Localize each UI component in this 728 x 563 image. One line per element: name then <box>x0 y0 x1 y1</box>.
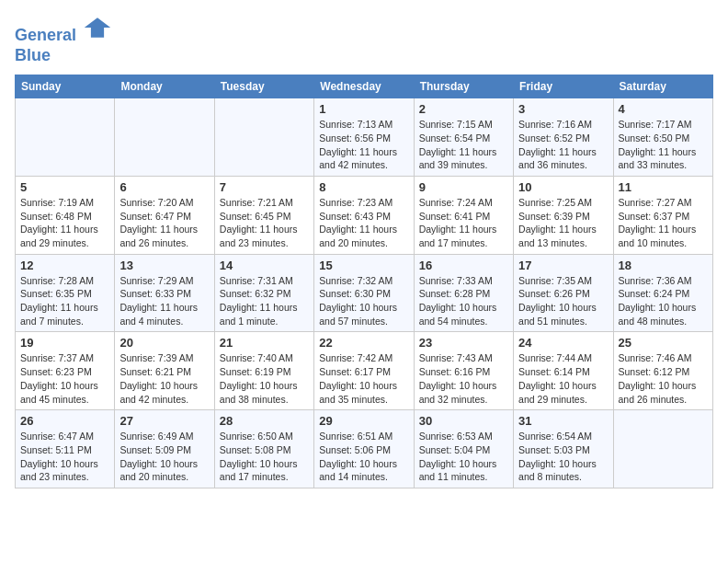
week-row-1: 5Sunrise: 7:19 AM Sunset: 6:48 PM Daylig… <box>16 176 713 254</box>
calendar-cell: 6Sunrise: 7:20 AM Sunset: 6:47 PM Daylig… <box>115 176 214 254</box>
day-info: Sunrise: 7:37 AM Sunset: 6:23 PM Dayligh… <box>20 351 109 406</box>
day-number: 28 <box>220 414 309 428</box>
calendar-cell: 5Sunrise: 7:19 AM Sunset: 6:48 PM Daylig… <box>16 176 115 254</box>
day-number: 23 <box>419 336 508 350</box>
page-header: General Blue <box>15 15 713 65</box>
calendar-cell: 8Sunrise: 7:23 AM Sunset: 6:43 PM Daylig… <box>314 176 414 254</box>
day-header-monday: Monday <box>115 75 214 98</box>
day-info: Sunrise: 6:50 AM Sunset: 5:08 PM Dayligh… <box>220 430 309 484</box>
day-number: 22 <box>319 336 408 350</box>
calendar-cell: 31Sunrise: 6:54 AM Sunset: 5:03 PM Dayli… <box>514 410 613 488</box>
day-number: 20 <box>119 336 209 350</box>
calendar-cell: 2Sunrise: 7:15 AM Sunset: 6:54 PM Daylig… <box>414 98 513 177</box>
day-info: Sunrise: 6:47 AM Sunset: 5:11 PM Dayligh… <box>20 430 109 484</box>
day-number: 25 <box>619 336 708 350</box>
calendar-header: SundayMondayTuesdayWednesdayThursdayFrid… <box>16 75 713 98</box>
day-header-friday: Friday <box>514 75 613 98</box>
day-info: Sunrise: 7:43 AM Sunset: 6:16 PM Dayligh… <box>419 351 508 406</box>
calendar-cell: 28Sunrise: 6:50 AM Sunset: 5:08 PM Dayli… <box>214 410 313 488</box>
week-row-2: 12Sunrise: 7:28 AM Sunset: 6:35 PM Dayli… <box>16 254 713 332</box>
svg-marker-0 <box>85 17 110 37</box>
day-info: Sunrise: 7:40 AM Sunset: 6:19 PM Dayligh… <box>220 351 309 406</box>
calendar-cell: 13Sunrise: 7:29 AM Sunset: 6:33 PM Dayli… <box>115 254 214 332</box>
calendar-cell <box>16 98 115 177</box>
day-header-saturday: Saturday <box>613 75 712 98</box>
day-number: 15 <box>319 259 408 272</box>
logo-text: General Blue <box>15 15 112 65</box>
day-number: 9 <box>419 180 508 194</box>
calendar-cell: 15Sunrise: 7:32 AM Sunset: 6:30 PM Dayli… <box>314 254 414 332</box>
day-info: Sunrise: 7:16 AM Sunset: 6:52 PM Dayligh… <box>518 118 608 172</box>
calendar-table: SundayMondayTuesdayWednesdayThursdayFrid… <box>15 75 713 488</box>
day-info: Sunrise: 7:42 AM Sunset: 6:17 PM Dayligh… <box>319 351 408 406</box>
calendar-cell: 22Sunrise: 7:42 AM Sunset: 6:17 PM Dayli… <box>314 332 414 410</box>
day-number: 27 <box>119 414 209 428</box>
day-number: 5 <box>20 180 109 194</box>
calendar-cell: 30Sunrise: 6:53 AM Sunset: 5:04 PM Dayli… <box>414 410 513 488</box>
day-info: Sunrise: 7:24 AM Sunset: 6:41 PM Dayligh… <box>419 196 508 250</box>
calendar-cell: 1Sunrise: 7:13 AM Sunset: 6:56 PM Daylig… <box>314 98 414 177</box>
day-number: 26 <box>20 414 109 428</box>
day-header-sunday: Sunday <box>16 75 115 98</box>
calendar-cell: 27Sunrise: 6:49 AM Sunset: 5:09 PM Dayli… <box>115 410 214 488</box>
day-number: 29 <box>319 414 408 428</box>
calendar-cell: 16Sunrise: 7:33 AM Sunset: 6:28 PM Dayli… <box>414 254 513 332</box>
week-row-3: 19Sunrise: 7:37 AM Sunset: 6:23 PM Dayli… <box>16 332 713 410</box>
day-number: 4 <box>619 102 708 116</box>
day-number: 31 <box>518 414 608 428</box>
day-header-thursday: Thursday <box>414 75 513 98</box>
calendar-cell: 19Sunrise: 7:37 AM Sunset: 6:23 PM Dayli… <box>16 332 115 410</box>
day-number: 3 <box>518 102 608 116</box>
calendar-cell: 11Sunrise: 7:27 AM Sunset: 6:37 PM Dayli… <box>613 176 712 254</box>
day-info: Sunrise: 7:13 AM Sunset: 6:56 PM Dayligh… <box>319 118 408 172</box>
day-info: Sunrise: 7:21 AM Sunset: 6:45 PM Dayligh… <box>220 196 309 250</box>
day-info: Sunrise: 7:35 AM Sunset: 6:26 PM Dayligh… <box>518 274 608 328</box>
day-info: Sunrise: 7:32 AM Sunset: 6:30 PM Dayligh… <box>319 274 408 328</box>
day-number: 8 <box>319 180 408 194</box>
day-info: Sunrise: 6:54 AM Sunset: 5:03 PM Dayligh… <box>518 430 608 484</box>
day-info: Sunrise: 6:53 AM Sunset: 5:04 PM Dayligh… <box>419 430 508 484</box>
day-info: Sunrise: 7:36 AM Sunset: 6:24 PM Dayligh… <box>619 274 708 328</box>
day-info: Sunrise: 7:19 AM Sunset: 6:48 PM Dayligh… <box>20 196 109 250</box>
day-info: Sunrise: 6:51 AM Sunset: 5:06 PM Dayligh… <box>319 430 408 484</box>
calendar-cell: 9Sunrise: 7:24 AM Sunset: 6:41 PM Daylig… <box>414 176 513 254</box>
day-info: Sunrise: 7:44 AM Sunset: 6:14 PM Dayligh… <box>518 351 608 406</box>
day-info: Sunrise: 7:15 AM Sunset: 6:54 PM Dayligh… <box>419 118 508 172</box>
calendar-cell: 17Sunrise: 7:35 AM Sunset: 6:26 PM Dayli… <box>514 254 613 332</box>
day-number: 17 <box>518 259 608 272</box>
day-info: Sunrise: 7:31 AM Sunset: 6:32 PM Dayligh… <box>220 274 309 328</box>
calendar-cell: 18Sunrise: 7:36 AM Sunset: 6:24 PM Dayli… <box>613 254 712 332</box>
calendar-cell: 26Sunrise: 6:47 AM Sunset: 5:11 PM Dayli… <box>16 410 115 488</box>
calendar-cell: 24Sunrise: 7:44 AM Sunset: 6:14 PM Dayli… <box>514 332 613 410</box>
day-number: 6 <box>119 180 209 194</box>
day-info: Sunrise: 7:25 AM Sunset: 6:39 PM Dayligh… <box>518 196 608 250</box>
calendar-cell: 29Sunrise: 6:51 AM Sunset: 5:06 PM Dayli… <box>314 410 414 488</box>
day-info: Sunrise: 7:29 AM Sunset: 6:33 PM Dayligh… <box>119 274 209 328</box>
week-row-4: 26Sunrise: 6:47 AM Sunset: 5:11 PM Dayli… <box>16 410 713 488</box>
calendar-body: 1Sunrise: 7:13 AM Sunset: 6:56 PM Daylig… <box>16 98 713 488</box>
calendar-cell: 20Sunrise: 7:39 AM Sunset: 6:21 PM Dayli… <box>115 332 214 410</box>
day-header-wednesday: Wednesday <box>314 75 414 98</box>
calendar-cell: 14Sunrise: 7:31 AM Sunset: 6:32 PM Dayli… <box>214 254 313 332</box>
logo: General Blue <box>15 15 112 65</box>
day-info: Sunrise: 7:17 AM Sunset: 6:50 PM Dayligh… <box>619 118 708 172</box>
day-number: 1 <box>319 102 408 116</box>
day-info: Sunrise: 6:49 AM Sunset: 5:09 PM Dayligh… <box>119 430 209 484</box>
day-number: 18 <box>619 259 708 272</box>
calendar-cell: 12Sunrise: 7:28 AM Sunset: 6:35 PM Dayli… <box>16 254 115 332</box>
day-number: 7 <box>220 180 309 194</box>
calendar-cell <box>115 98 214 177</box>
calendar-cell: 4Sunrise: 7:17 AM Sunset: 6:50 PM Daylig… <box>613 98 712 177</box>
day-info: Sunrise: 7:23 AM Sunset: 6:43 PM Dayligh… <box>319 196 408 250</box>
day-number: 13 <box>119 259 209 272</box>
day-number: 14 <box>220 259 309 272</box>
day-info: Sunrise: 7:27 AM Sunset: 6:37 PM Dayligh… <box>619 196 708 250</box>
calendar-cell <box>613 410 712 488</box>
day-info: Sunrise: 7:20 AM Sunset: 6:47 PM Dayligh… <box>119 196 209 250</box>
day-header-tuesday: Tuesday <box>214 75 313 98</box>
day-info: Sunrise: 7:39 AM Sunset: 6:21 PM Dayligh… <box>119 351 209 406</box>
day-info: Sunrise: 7:33 AM Sunset: 6:28 PM Dayligh… <box>419 274 508 328</box>
calendar-cell <box>214 98 313 177</box>
calendar-cell: 7Sunrise: 7:21 AM Sunset: 6:45 PM Daylig… <box>214 176 313 254</box>
day-number: 11 <box>619 180 708 194</box>
